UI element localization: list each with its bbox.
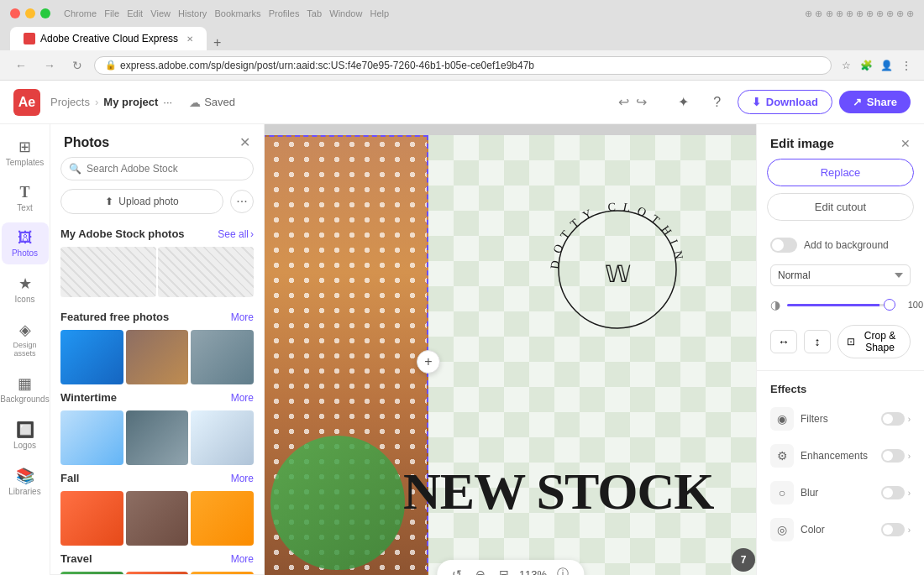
winter-photo-1[interactable]: [60, 410, 123, 465]
stock-thumb-2[interactable]: [158, 247, 254, 297]
enhancements-toggle[interactable]: [881, 449, 905, 463]
add-background-toggle[interactable]: [770, 238, 797, 253]
blur-toggle[interactable]: [881, 486, 905, 499]
opacity-slider[interactable]: [787, 304, 895, 306]
projects-link[interactable]: Projects: [50, 96, 90, 108]
forward-button[interactable]: →: [39, 57, 60, 74]
new-stock-text[interactable]: NEW STOCK: [403, 462, 713, 521]
canvas-frame[interactable]: + DOTTY CLOTHING: [265, 135, 756, 576]
wintertime-photos-grid: [60, 410, 254, 465]
undo-redo-group: ↩ ↪: [618, 94, 647, 110]
enhancements-chevron: ›: [908, 452, 911, 461]
sidebar-item-libraries[interactable]: 📚 Libraries: [2, 460, 49, 503]
edit-cutout-button[interactable]: Edit cutout: [767, 193, 914, 221]
sidebar-item-icons[interactable]: ★ Icons: [2, 268, 49, 311]
search-input[interactable]: [60, 157, 254, 180]
zoom-out-button[interactable]: ⊖: [472, 566, 489, 575]
fall-more-link[interactable]: More: [231, 473, 254, 484]
upload-more-button[interactable]: ···: [230, 190, 254, 213]
my-stock-header: My Adobe Stock photos See all ›: [60, 227, 254, 240]
filters-label: Filters: [801, 413, 874, 425]
refresh-button[interactable]: ↻: [67, 57, 87, 74]
travel-more-link[interactable]: More: [231, 553, 254, 565]
notification-badge: 7: [732, 548, 755, 572]
featured-photo-2[interactable]: [126, 330, 189, 384]
sidebar-item-photos[interactable]: 🖼 Photos: [2, 222, 49, 264]
zoom-fit-button[interactable]: ⊟: [496, 566, 512, 575]
flip-vertical-button[interactable]: ↕: [804, 330, 831, 353]
redo-button[interactable]: ↪: [636, 94, 647, 110]
sidebar-nav: ⊞ Templates T Text 🖼 Photos ★ Icons ◈ De…: [0, 124, 50, 575]
canvas-wrapper: + DOTTY CLOTHING: [265, 135, 756, 576]
backgrounds-label: Backgrounds: [0, 395, 49, 404]
star-icon[interactable]: ☆: [838, 58, 853, 73]
help-button[interactable]: ?: [704, 89, 731, 116]
color-toggle-group: ›: [881, 523, 911, 536]
close-dot[interactable]: [10, 8, 20, 18]
brand-circle-element[interactable]: DOTTY CLOTHING 𝕎: [533, 186, 701, 353]
tab-close-icon[interactable]: ✕: [186, 34, 193, 44]
menu-icon[interactable]: ⋮: [899, 58, 914, 73]
featured-photo-3[interactable]: [191, 330, 254, 384]
magic-button[interactable]: ✦: [670, 89, 697, 116]
saved-indicator: ☁ Saved: [189, 96, 235, 109]
sidebar-item-design-assets[interactable]: ◈ Design assets: [2, 314, 49, 364]
featured-more-link[interactable]: More: [231, 311, 254, 323]
add-background-label: Add to background: [804, 239, 911, 251]
fall-photo-1[interactable]: [60, 491, 123, 546]
zoom-info-button[interactable]: ⓘ: [554, 565, 572, 575]
photos-panel: Photos ✕ 🔍 ⬆ Upload photo ··· My Adobe S…: [50, 124, 265, 575]
more-options-icon[interactable]: ···: [163, 96, 172, 108]
photos-label: Photos: [12, 248, 38, 258]
active-tab[interactable]: Adobe Creative Cloud Express ✕: [10, 27, 207, 50]
winter-photo-3[interactable]: [191, 410, 254, 465]
fall-photo-3[interactable]: [191, 491, 254, 546]
wintertime-more-link[interactable]: More: [231, 392, 254, 404]
share-button[interactable]: ↗ Share: [839, 91, 911, 113]
sidebar-item-logos[interactable]: 🔲 Logos: [2, 414, 49, 457]
stock-photos-grid: [60, 247, 254, 297]
right-panel-close-button[interactable]: ✕: [900, 137, 911, 150]
flip-horizontal-button[interactable]: ↔: [770, 330, 797, 353]
ext-icon[interactable]: 🧩: [858, 58, 874, 73]
winter-photo-2[interactable]: [126, 410, 189, 465]
wintertime-title: Wintertime: [60, 391, 117, 404]
download-button[interactable]: ⬇ Download: [738, 90, 832, 114]
fall-photo-2[interactable]: [126, 491, 189, 546]
panel-close-button[interactable]: ✕: [239, 134, 250, 150]
stock-thumb-1[interactable]: [60, 247, 156, 297]
project-name[interactable]: My project: [103, 96, 158, 108]
blend-mode-select[interactable]: Normal Multiply Screen Overlay: [770, 264, 911, 286]
see-all-link[interactable]: See all ›: [218, 228, 254, 240]
sidebar-item-templates[interactable]: ⊞ Templates: [2, 131, 49, 174]
reset-button[interactable]: ↺: [449, 566, 465, 575]
effects-header: Effects: [757, 374, 924, 400]
color-row: ◎ Color ›: [757, 511, 924, 548]
address-bar[interactable]: 🔒 express.adobe.com/sp/design/post/urn:a…: [94, 56, 832, 75]
crop-shape-button[interactable]: ⊡ Crop & Shape: [837, 325, 911, 358]
undo-button[interactable]: ↩: [618, 94, 629, 110]
featured-header: Featured free photos More: [60, 311, 254, 323]
featured-photo-1[interactable]: [60, 330, 123, 384]
browser-chrome: Chrome File Edit View History Bookmarks …: [0, 0, 924, 81]
minimize-dot[interactable]: [25, 8, 35, 18]
upload-photo-button[interactable]: ⬆ Upload photo: [60, 189, 223, 214]
sidebar-item-backgrounds[interactable]: ▦ Backgrounds: [2, 368, 49, 410]
canvas-area[interactable]: + DOTTY CLOTHING: [265, 124, 756, 575]
add-element-button[interactable]: +: [417, 350, 440, 374]
color-toggle[interactable]: [881, 523, 905, 536]
green-circle: [270, 436, 405, 570]
breadcrumb-sep1: ›: [95, 96, 98, 108]
maximize-dot[interactable]: [40, 8, 50, 18]
back-button[interactable]: ←: [10, 57, 32, 74]
featured-title: Featured free photos: [60, 311, 169, 323]
filters-toggle[interactable]: [881, 412, 905, 426]
replace-button[interactable]: Replace: [767, 159, 914, 186]
my-stock-title: My Adobe Stock photos: [60, 227, 185, 240]
new-tab-button[interactable]: +: [207, 35, 228, 50]
header-actions: ✦ ? ⬇ Download ↗ Share: [670, 89, 911, 116]
blur-toggle-group: ›: [881, 486, 911, 499]
profile-icon[interactable]: 👤: [879, 58, 894, 73]
sidebar-item-text[interactable]: T Text: [2, 177, 49, 219]
featured-photos-grid: [60, 330, 254, 384]
